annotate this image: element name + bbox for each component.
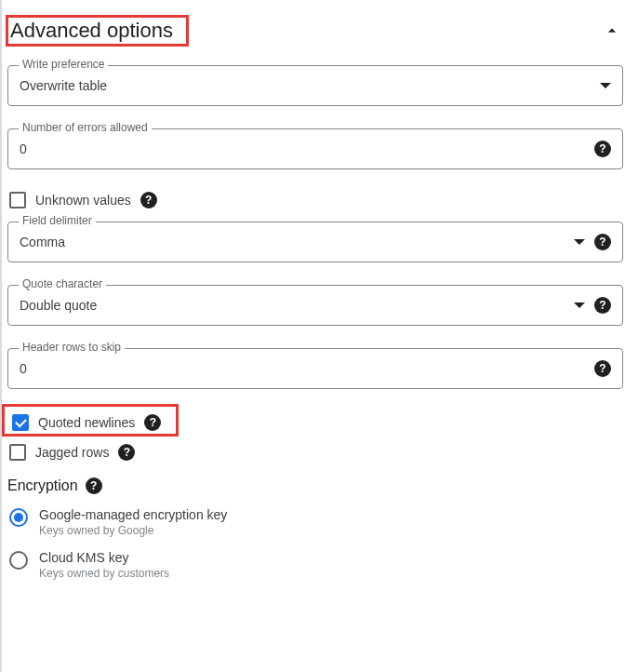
section-title: Advanced options [10, 19, 173, 42]
section-header: Advanced options [7, 15, 623, 47]
field-delimiter-select[interactable]: Comma ? [7, 222, 623, 262]
errors-allowed-label: Number of errors allowed [19, 121, 152, 134]
chevron-down-icon [574, 302, 585, 308]
write-preference-label: Write preference [19, 58, 108, 71]
quote-character-value: Double quote [20, 298, 574, 313]
write-preference-value: Overwrite table [20, 78, 600, 93]
radio-button[interactable] [9, 508, 28, 527]
quoted-newlines-checkbox[interactable] [12, 414, 29, 431]
errors-allowed-input[interactable]: 0 ? [7, 128, 623, 169]
jagged-rows-checkbox[interactable] [9, 444, 26, 461]
radio-label: Google-managed encryption key [39, 507, 227, 522]
encryption-option-kms[interactable]: Cloud KMS key Keys owned by customers [7, 550, 623, 580]
radio-text: Cloud KMS key Keys owned by customers [39, 550, 169, 580]
radio-sublabel: Keys owned by Google [39, 524, 227, 537]
help-icon[interactable]: ? [594, 234, 611, 250]
collapse-icon[interactable] [601, 20, 623, 42]
help-icon[interactable]: ? [144, 414, 161, 431]
help-icon[interactable]: ? [140, 192, 157, 208]
quoted-newlines-highlight: Quoted newlines ? [2, 404, 179, 437]
header-rows-skip-field: Header rows to skip 0 ? [7, 348, 623, 389]
header-rows-skip-value: 0 [20, 361, 594, 376]
header-rows-skip-label: Header rows to skip [19, 341, 125, 354]
unknown-values-row: Unknown values ? [7, 192, 623, 208]
radio-button[interactable] [9, 551, 28, 570]
title-highlight: Advanced options [6, 15, 189, 47]
encryption-title-row: Encryption ? [7, 477, 623, 494]
radio-text: Google-managed encryption key Keys owned… [39, 507, 227, 537]
quote-character-select[interactable]: Double quote ? [7, 285, 623, 326]
errors-allowed-field: Number of errors allowed 0 ? [7, 128, 623, 169]
help-icon[interactable]: ? [594, 141, 611, 157]
quoted-newlines-row: Quoted newlines ? [10, 414, 161, 431]
help-icon[interactable]: ? [594, 297, 611, 314]
write-preference-select[interactable]: Overwrite table [7, 65, 623, 106]
field-delimiter-label: Field delimiter [19, 214, 96, 227]
chevron-down-icon [574, 239, 585, 245]
chevron-down-icon [600, 83, 611, 88]
help-icon[interactable]: ? [86, 477, 102, 494]
help-icon[interactable]: ? [594, 360, 611, 377]
jagged-rows-row: Jagged rows ? [7, 444, 623, 461]
encryption-title: Encryption [7, 477, 78, 494]
header-rows-skip-input[interactable]: 0 ? [7, 348, 623, 389]
radio-label: Cloud KMS key [39, 550, 169, 565]
write-preference-field: Write preference Overwrite table [7, 65, 623, 106]
help-icon[interactable]: ? [118, 444, 135, 461]
encryption-option-google[interactable]: Google-managed encryption key Keys owned… [7, 507, 623, 537]
quote-character-field: Quote character Double quote ? [7, 285, 623, 326]
radio-sublabel: Keys owned by customers [39, 567, 169, 580]
quote-character-label: Quote character [19, 277, 106, 290]
jagged-rows-label: Jagged rows [35, 445, 109, 460]
unknown-values-checkbox[interactable] [9, 192, 26, 208]
errors-allowed-value: 0 [20, 141, 594, 156]
unknown-values-label: Unknown values [35, 193, 131, 208]
quoted-newlines-label: Quoted newlines [38, 415, 135, 430]
field-delimiter-field: Field delimiter Comma ? [7, 222, 623, 262]
field-delimiter-value: Comma [20, 235, 574, 249]
